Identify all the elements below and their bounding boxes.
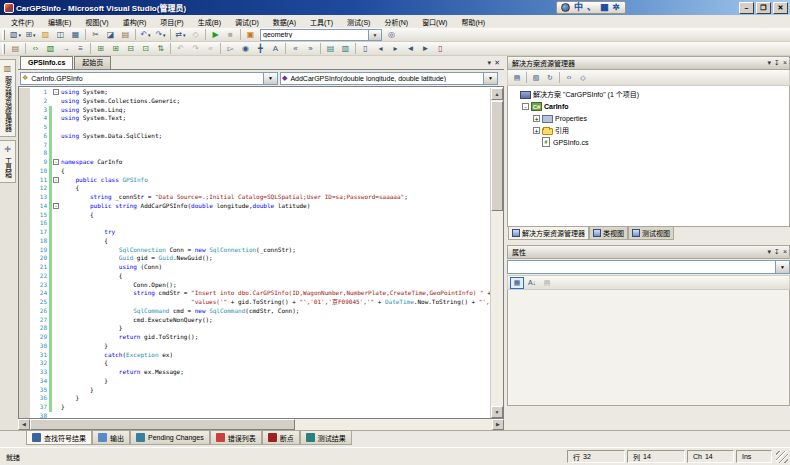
menu-item[interactable]: 窗口(W) (415, 16, 454, 28)
indicator-margin[interactable] (19, 167, 30, 176)
indicator-margin[interactable] (19, 377, 30, 386)
code-text[interactable]: using System; (61, 88, 490, 97)
font-button[interactable]: A (268, 42, 283, 55)
code-text[interactable]: Conn.Open(); (61, 281, 490, 290)
start-debugging-button[interactable]: ▶ (208, 28, 223, 41)
indicator-margin[interactable] (19, 202, 30, 211)
code-line[interactable]: 16 (19, 219, 490, 228)
indicator-margin[interactable] (19, 307, 30, 316)
indicator-margin[interactable] (19, 298, 30, 307)
menu-item[interactable]: 视图(V) (78, 16, 115, 28)
undo-button[interactable]: ↶▾ (138, 28, 153, 41)
code-text[interactable]: using System.Text; (61, 114, 490, 123)
folding-margin[interactable] (52, 359, 61, 368)
find-combo[interactable]: ▼ (260, 29, 382, 41)
indicator-margin[interactable] (19, 368, 30, 377)
folding-margin[interactable] (52, 141, 61, 150)
indicator-margin[interactable] (19, 394, 30, 403)
add-class-button[interactable]: ⊞ (93, 42, 108, 55)
panel-tab[interactable]: 解决方案资源管理器 (508, 227, 589, 240)
document-tab[interactable]: 起始页 (74, 56, 111, 69)
member-dropdown[interactable]: ◆ AddCarGPSInfo(double longitude, double… (280, 72, 498, 85)
indicator-margin[interactable] (19, 97, 30, 106)
folding-margin[interactable] (52, 394, 61, 403)
scroll-down-button[interactable]: ▼ (491, 406, 503, 418)
pending-changes-window-button[interactable]: ▤ (8, 42, 23, 55)
indicator-margin[interactable] (19, 254, 30, 263)
menu-item[interactable]: 帮助(H) (454, 16, 492, 28)
folding-margin[interactable] (52, 211, 61, 220)
tree-expander[interactable]: - (522, 103, 529, 110)
code-line[interactable]: 19 SqlConnection Conn = new SqlConnectio… (19, 246, 490, 255)
code-line[interactable]: 15 { (19, 211, 490, 220)
code-text[interactable]: return ex.Message; (61, 368, 490, 377)
next-bookmark-button[interactable]: ▸ (388, 42, 403, 55)
code-line[interactable]: 6using System.Data.SqlClient; (19, 132, 490, 141)
folding-margin[interactable] (52, 149, 61, 158)
tree-item[interactable]: +Properties (508, 112, 789, 124)
folding-margin[interactable] (52, 272, 61, 281)
categorized-button[interactable]: ▦ (510, 277, 524, 289)
ime-language-bar[interactable]: 中 、 ▦ ✲ (556, 1, 626, 14)
toolbar-grip[interactable] (2, 44, 5, 54)
code-text[interactable] (61, 412, 490, 418)
code-line[interactable]: 34 } (19, 377, 490, 386)
indicator-margin[interactable] (19, 123, 30, 132)
code-text[interactable]: "values('" + gid.ToString() + "','01','京… (61, 298, 490, 307)
indicator-margin[interactable] (19, 114, 30, 123)
add-property-button[interactable]: ⊡ (138, 42, 153, 55)
code-editing-surface[interactable]: 1-using System;2using System.Collections… (18, 86, 504, 419)
code-text[interactable]: namespace CarInfo (61, 158, 490, 167)
folding-margin[interactable] (52, 368, 61, 377)
bottom-tab[interactable]: 错误列表 (210, 431, 262, 445)
save-all-button[interactable]: ▦ (68, 28, 83, 41)
code-text[interactable]: using System.Collections.Generic; (61, 97, 490, 106)
folding-margin[interactable] (52, 193, 61, 202)
code-line[interactable]: 33 return ex.Message; (19, 368, 490, 377)
properties-object-dropdown[interactable]: ▼ (507, 260, 790, 274)
vertical-scroll-thumb[interactable] (491, 101, 503, 211)
indicator-margin[interactable] (19, 386, 30, 395)
code-text[interactable]: SqlCommand cmd = new SqlCommand(cmdStr, … (61, 307, 490, 316)
code-text[interactable] (61, 141, 490, 150)
folding-margin[interactable] (52, 132, 61, 141)
ime-soft-keyboard-icon[interactable]: ▦ (600, 2, 609, 13)
code-line[interactable]: 20 Guid gid = Guid.NewGuid(); (19, 254, 490, 263)
indicator-margin[interactable] (19, 412, 30, 418)
indicator-margin[interactable] (19, 263, 30, 272)
indicator-margin[interactable] (19, 193, 30, 202)
auto-hide-pin-icon[interactable]: ↧ (774, 248, 780, 256)
clear-bookmarks-button[interactable]: ▯ (433, 42, 448, 55)
cut-button[interactable]: ✂ (88, 28, 103, 41)
properties-window-button[interactable]: ▤ (510, 72, 524, 84)
find-combo-input[interactable] (261, 30, 368, 40)
code-line[interactable]: 21 using (Conn) (19, 263, 490, 272)
folding-margin[interactable]: - (52, 88, 61, 97)
indicator-margin[interactable] (19, 132, 30, 141)
goto-definition-button[interactable]: → (58, 42, 73, 55)
navigate-forward2-button[interactable]: ↷ (188, 42, 203, 55)
code-text[interactable]: using (Conn) (61, 263, 490, 272)
menu-item[interactable]: 测试(S) (340, 16, 377, 28)
copy-button[interactable]: ◪ (103, 28, 118, 41)
code-line[interactable]: 37} (19, 403, 490, 412)
indicator-margin[interactable] (19, 149, 30, 158)
close-icon[interactable]: × (783, 59, 787, 67)
indicator-margin[interactable] (19, 184, 30, 193)
tree-expander[interactable]: + (533, 115, 540, 122)
undo-checkout-button[interactable]: « (203, 42, 218, 55)
bottom-tab[interactable]: 测试结果 (300, 431, 352, 445)
code-text[interactable]: } (61, 394, 490, 403)
code-text[interactable]: public string AddCarGPSInfo(double longi… (61, 202, 490, 211)
code-line[interactable]: 27 cmd.ExecuteNonQuery(); (19, 316, 490, 325)
menu-item[interactable]: 数据(A) (266, 16, 303, 28)
code-text[interactable]: } (61, 403, 490, 412)
vertical-scrollbar[interactable]: ▲ ▼ (490, 88, 503, 418)
indicator-margin[interactable] (19, 88, 30, 97)
collapse-region-icon[interactable]: - (53, 89, 59, 95)
property-pages-button[interactable]: ▤ (540, 277, 554, 289)
tree-item[interactable]: 解决方案 "CarGPSInfo" (1 个项目) (508, 88, 789, 100)
folding-margin[interactable] (52, 412, 61, 418)
indicator-margin[interactable] (19, 141, 30, 150)
horizontal-scrollbar[interactable]: ◀ ▶ (18, 419, 504, 430)
